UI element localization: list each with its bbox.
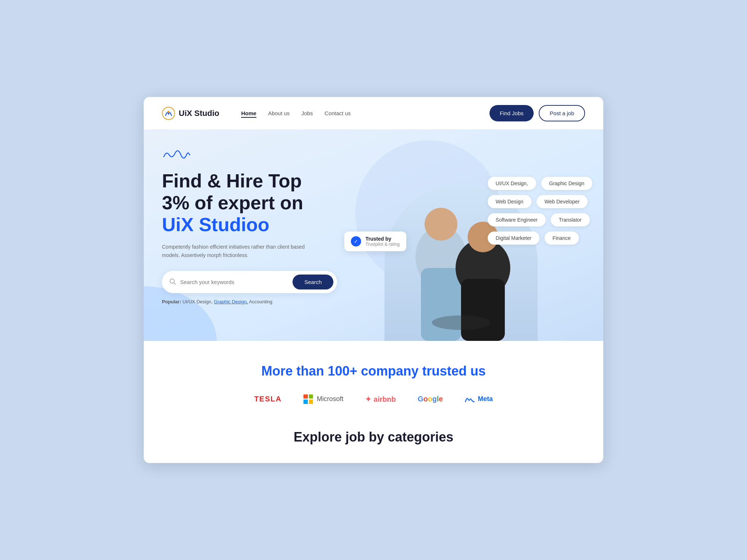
- tesla-logo: TESLA: [254, 395, 282, 403]
- svg-rect-6: [421, 268, 461, 341]
- search-bar: Search: [162, 271, 337, 293]
- hero-title: Find & Hire Top 3% of expert on UiX Stud…: [162, 170, 374, 236]
- explore-title: Explore job by categories: [162, 429, 585, 445]
- search-input[interactable]: [180, 279, 293, 285]
- skill-tags: UI/UX Design, Graphic Design Web Design …: [488, 177, 592, 245]
- meta-logo: Meta: [465, 395, 493, 403]
- nav-buttons: Find Jobs Post a job: [489, 105, 585, 121]
- companies-title: More than 100+ company trusted us: [162, 363, 585, 380]
- skill-translator[interactable]: Translator: [551, 213, 590, 226]
- svg-point-1: [167, 111, 170, 113]
- logo[interactable]: UiX Studio: [162, 107, 219, 120]
- microsoft-grid-icon: [303, 394, 313, 404]
- search-button[interactable]: Search: [293, 275, 333, 289]
- google-logo: Google: [418, 395, 443, 403]
- popular-searches: Popular: UI/UX Design, Graphic Design, A…: [162, 299, 374, 304]
- wave-icon: [162, 148, 585, 164]
- trusted-text: Trusted by Trustpilot & rating: [365, 236, 400, 247]
- skill-software[interactable]: Software Engineer: [488, 213, 546, 226]
- nav-contact[interactable]: Contact us: [325, 110, 351, 116]
- nav-jobs[interactable]: Jobs: [301, 110, 313, 116]
- skill-uiux[interactable]: UI/UX Design,: [488, 177, 536, 190]
- companies-section: More than 100+ company trusted us TESLA …: [144, 341, 603, 422]
- svg-point-2: [170, 279, 174, 283]
- nav-home[interactable]: Home: [241, 110, 256, 118]
- hero-section: Find & Hire Top 3% of expert on UiX Stud…: [144, 129, 603, 341]
- skill-marketer[interactable]: Digital Marketer: [488, 232, 539, 245]
- find-jobs-button[interactable]: Find Jobs: [489, 105, 534, 121]
- browser-window: UiX Studio Home About us Jobs Contact us…: [144, 97, 603, 463]
- hero-content: Find & Hire Top 3% of expert on UiX Stud…: [162, 170, 374, 304]
- skill-webdesign[interactable]: Web Design: [488, 195, 531, 208]
- svg-line-3: [174, 283, 175, 284]
- nav-links: Home About us Jobs Contact us: [241, 110, 475, 117]
- skill-webdev[interactable]: Web Developer: [537, 195, 588, 208]
- svg-point-5: [425, 208, 457, 241]
- skill-row-4: Digital Marketer Finance: [488, 232, 592, 245]
- skill-finance[interactable]: Finance: [545, 232, 579, 245]
- skill-row-3: Software Engineer Translator: [488, 213, 592, 226]
- skill-row-1: UI/UX Design, Graphic Design: [488, 177, 592, 190]
- trusted-check-icon: ✓: [351, 236, 361, 246]
- hero-title-highlight: UiX Studioo: [162, 214, 270, 235]
- skill-row-2: Web Design Web Developer: [488, 195, 592, 208]
- logos-row: TESLA Microsoft ✦ airbnb Google Meta: [162, 394, 585, 404]
- skill-graphic[interactable]: Graphic Design: [541, 177, 593, 190]
- trusted-badge: ✓ Trusted by Trustpilot & rating: [344, 232, 406, 251]
- hero-subtitle: Competently fashion efficient initiative…: [162, 243, 315, 259]
- search-icon: [169, 278, 176, 286]
- nav-about[interactable]: About us: [268, 110, 290, 116]
- airbnb-logo: ✦ airbnb: [365, 395, 396, 404]
- logo-icon: [162, 107, 175, 120]
- popular-graphic-design[interactable]: Graphic Design,: [214, 299, 248, 304]
- svg-rect-9: [461, 279, 505, 341]
- svg-point-10: [432, 315, 490, 330]
- navbar: UiX Studio Home About us Jobs Contact us…: [144, 97, 603, 129]
- microsoft-logo: Microsoft: [303, 394, 343, 404]
- post-job-button[interactable]: Post a job: [539, 105, 585, 121]
- explore-section: Explore job by categories: [144, 422, 603, 463]
